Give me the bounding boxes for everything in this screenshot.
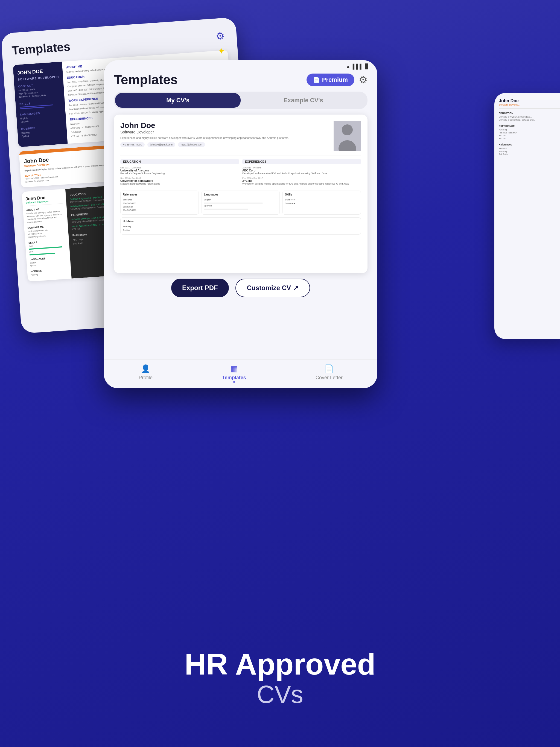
bottom-marketing: HR Approved CVs: [0, 647, 560, 709]
cover-letter-nav-label: Cover Letter: [315, 375, 342, 381]
cv3-about-text: Experienced and highly skilled software …: [27, 210, 64, 224]
premium-button[interactable]: 📄 Premium: [307, 74, 354, 86]
contact-website: https://johndoe.com: [178, 142, 205, 147]
right-tablet-edu-1: University of Anytown, Software Engi...: [499, 115, 560, 119]
cv1-role: SOFTWARE DEVELOPER: [18, 75, 59, 81]
tab-my-cvs[interactable]: My CV's: [115, 93, 240, 108]
contact-phone: +1 234-567-8901: [120, 142, 145, 147]
premium-icon: 📄: [313, 77, 320, 83]
front-tablet: ▲ ▌▌▌ ▊ Templates 📄 Premium ⚙ My CV's Ex…: [104, 60, 377, 388]
cv-edu-entry-1: Sep 2011 - May 2015 University of Anytow…: [120, 166, 239, 175]
cv-languages-title: Languages: [204, 193, 278, 197]
nav-profile[interactable]: 👤 Profile: [138, 364, 153, 383]
contact-email: johndoe@gmail.com: [147, 142, 175, 147]
cv-edu-entry-2: Sep 2016 - Dec 2017 University of Somewh…: [120, 177, 239, 185]
cv-skill-java: Java ● ● ●: [285, 202, 358, 205]
cv-bottom-row: References Jane Doe 234-567-8901 Bob Smi…: [120, 190, 361, 215]
cv-edu-2-degree: Master's Degree/Mobile Applications: [120, 182, 239, 185]
cv-edu-1-degree: Bachelor's Degree/Software Engineering: [120, 172, 239, 175]
right-tablet-edu: EDUCATION: [499, 112, 560, 114]
cv-hobby-cycling: Cycling: [123, 229, 358, 232]
right-tablet-exp: EXPERIENCE: [499, 125, 560, 127]
nav-active-indicator: [233, 381, 235, 383]
cv-preview-photo: [334, 121, 361, 151]
templates-nav-icon: ▦: [230, 364, 238, 373]
cv-references-title: References: [123, 193, 196, 197]
cv1-name: JOHN DOE: [17, 67, 59, 76]
right-partial-tablet: John Doe Software Develop... EDUCATION U…: [494, 93, 560, 339]
cv-preview-inner: John Doe Software Developer Experienced …: [114, 114, 367, 273]
templates-nav-label: Templates: [222, 375, 246, 381]
export-pdf-button[interactable]: Export PDF: [171, 279, 229, 297]
bottom-main-text: HR Approved: [0, 647, 560, 680]
cv-hobbies-title: Hobbies: [123, 220, 358, 224]
cv-hobby-reading: Reading: [123, 225, 358, 229]
cv-edu-2-date: Sep 2016 - Dec 2017: [120, 177, 239, 179]
cv-preview-desc: Experienced and highly skilled software …: [120, 136, 328, 140]
right-tablet-edu-2: University of Somewhere / Software Engi.…: [499, 119, 560, 122]
cv-preview-card: John Doe Software Developer Experienced …: [114, 114, 367, 273]
cv-lang-spanish: Spanish: [204, 204, 278, 208]
bottom-navigation: 👤 Profile ▦ Templates 📄 Cover Letter: [104, 360, 377, 388]
front-tablet-title: Templates: [114, 72, 178, 87]
cv-education-section: EDUCATION Sep 2011 - May 2015 University…: [120, 159, 239, 187]
cv-preview-name: John Doe: [120, 121, 328, 130]
cv-edu-1-inst: University of Anytown: [120, 169, 239, 172]
cv-exp-1-desc: Developed and maintained iOS and Android…: [242, 172, 361, 175]
lang-bar-spanish: [204, 209, 248, 209]
cv-tabs: My CV's Example CV's: [114, 92, 367, 109]
cover-letter-nav-icon: 📄: [324, 364, 334, 373]
external-link-icon: ↗: [293, 284, 299, 292]
premium-label: Premium: [322, 76, 348, 83]
gear-icon[interactable]: ⚙: [213, 29, 227, 43]
right-tablet-ref-1b: ABC Corp: [499, 150, 560, 153]
front-tablet-header: Templates 📄 Premium ⚙: [104, 70, 377, 92]
cv-exp-2-company: XYZ Inc: [242, 179, 361, 182]
cv-main-sections: EDUCATION Sep 2011 - May 2015 University…: [120, 159, 361, 187]
right-tablet-exp-1b: Feb 2016 - Dec 2017: [499, 131, 560, 134]
cv-exp-entry-2: Feb 2016 - Dec 2017 XYZ Inc Worked on bu…: [242, 177, 361, 185]
cv-education-title: EDUCATION: [120, 159, 239, 164]
nav-templates[interactable]: ▦ Templates: [222, 364, 246, 383]
signal-icon: ▌▌▌: [353, 64, 363, 70]
right-tablet-ref-2: Bob Smith: [499, 153, 560, 156]
cv-experience-section: EXPERIENCES Jan 2018 - Present ABC Corp …: [242, 159, 361, 187]
cv-exp-2-dates: Feb 2016 - Dec 2017: [242, 177, 361, 179]
action-buttons: Export PDF Customize CV ↗: [114, 279, 367, 297]
cv3-left: John Doe Software Developer ABOUT ME Exp…: [22, 189, 72, 282]
svg-point-1: [342, 124, 353, 135]
right-tablet-role: Software Develop...: [499, 103, 560, 106]
lang-bar-english: [204, 203, 263, 203]
tab-example-cvs[interactable]: Example CV's: [240, 93, 366, 108]
customize-cv-button[interactable]: Customize CV ↗: [235, 279, 310, 297]
cv-skills-title: Skills: [285, 193, 358, 197]
cv-exp-entry-1: Jan 2018 - Present ABC Corp Developed an…: [242, 166, 361, 175]
cv-divider-1: [120, 156, 361, 156]
settings-gear-icon[interactable]: ⚙: [359, 74, 367, 85]
cv-experience-title: EXPERIENCES: [242, 159, 361, 164]
cv-preview-contact: +1 234-567-8901 johndoe@gmail.com https:…: [120, 142, 328, 147]
cv-exp-1-dates: Jan 2018 - Present: [242, 166, 361, 169]
right-tablet-exp-2b: XYZ Inc: [499, 137, 560, 140]
nav-cover-letter[interactable]: 📄 Cover Letter: [315, 364, 342, 383]
cv-edu-1-date: Sep 2011 - May 2015: [120, 166, 239, 169]
cv-exp-2-desc: Worked on building mobile applications f…: [242, 182, 361, 185]
right-tablet-exp-1a: ABC Corp: [499, 129, 560, 131]
cv-preview-info: John Doe Software Developer Experienced …: [120, 121, 328, 151]
cv-ref-jane-phone: 234-567-8901: [123, 202, 196, 205]
cv-hobbies-section: Hobbies Reading Cycling: [120, 217, 361, 235]
cv-references-section: References Jane Doe 234-567-8901 Bob Smi…: [120, 190, 199, 215]
cv-preview-role: Software Developer: [120, 130, 328, 134]
cv-card-1-left: JOHN DOE SOFTWARE DEVELOPER CONTACT +1 2…: [13, 61, 68, 147]
profile-nav-icon: 👤: [141, 364, 150, 373]
cv-ref-jane: Jane Doe: [123, 198, 196, 202]
customize-label: Customize CV: [247, 284, 291, 292]
right-tablet-ref: References: [499, 143, 560, 146]
profile-nav-label: Profile: [138, 375, 153, 381]
cv-skills-section: Skills Swift ● ● ● Java ● ● ●: [282, 190, 361, 215]
right-tablet-exp-2a: XYZ Inc: [499, 134, 560, 137]
cv-preview-top: John Doe Software Developer Experienced …: [120, 121, 361, 151]
cv1-skills-label: SKILLS: [19, 100, 61, 106]
right-tablet-ref-1: Jane Doe: [499, 147, 560, 150]
bottom-sub-text: CVs: [0, 680, 560, 709]
